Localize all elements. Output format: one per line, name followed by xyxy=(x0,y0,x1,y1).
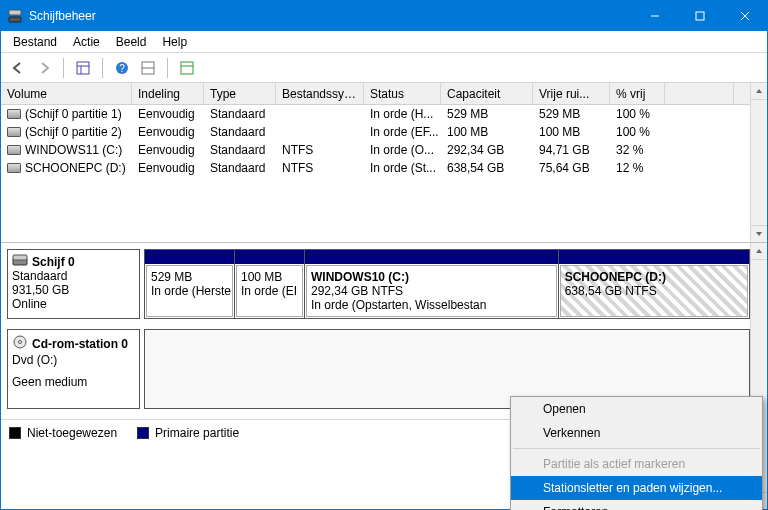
partition-2-size: 100 MB xyxy=(241,270,298,284)
maximize-button[interactable] xyxy=(677,1,722,31)
toolbar-separator xyxy=(102,58,103,78)
volume-cell-capacity: 292,34 GB xyxy=(441,141,533,159)
volume-cell-fs: NTFS xyxy=(276,159,364,177)
partition-4[interactable]: SCHOONEPC (D:) 638,54 GB NTFS xyxy=(559,250,749,318)
partition-2[interactable]: 100 MB In orde (EI xyxy=(235,250,305,318)
menu-separator xyxy=(513,448,760,449)
column-header-free[interactable]: Vrije rui... xyxy=(533,83,610,104)
volume-cell-pct: 32 % xyxy=(610,141,665,159)
scroll-up-icon[interactable] xyxy=(751,243,767,260)
window-title: Schijfbeheer xyxy=(29,9,632,23)
refresh-list-button[interactable] xyxy=(176,57,198,79)
volume-cell-capacity: 100 MB xyxy=(441,123,533,141)
volume-cell-type: Standaard xyxy=(204,141,276,159)
volume-list-pane: Volume Indeling Type Bestandssys... Stat… xyxy=(1,83,767,243)
scroll-down-icon[interactable] xyxy=(751,225,767,242)
cdrom-info[interactable]: Cd-rom-station 0 Dvd (O:) Geen medium xyxy=(7,329,140,409)
menu-help[interactable]: Help xyxy=(154,33,195,51)
disk-icon xyxy=(12,254,28,269)
volume-cell-free: 529 MB xyxy=(533,105,610,123)
disk-0-info[interactable]: Schijf 0 Standaard 931,50 GB Online xyxy=(7,249,140,319)
toolbar-separator xyxy=(167,58,168,78)
view-settings-button[interactable] xyxy=(137,57,159,79)
legend-primary-swatch xyxy=(137,427,149,439)
volume-cell-free: 100 MB xyxy=(533,123,610,141)
scroll-up-icon[interactable] xyxy=(751,83,767,100)
disk-0-title: Schijf 0 xyxy=(32,255,75,269)
column-header-volume[interactable]: Volume xyxy=(1,83,132,104)
close-button[interactable] xyxy=(722,1,767,31)
volume-cell-type: Standaard xyxy=(204,159,276,177)
svg-rect-6 xyxy=(77,62,89,74)
svg-rect-16 xyxy=(13,255,27,260)
partition-1-status: In orde (Herste xyxy=(151,284,228,298)
svg-rect-3 xyxy=(696,12,704,20)
volume-row[interactable]: (Schijf 0 partitie 1)EenvoudigStandaardI… xyxy=(1,105,767,123)
volume-cell-name: (Schijf 0 partitie 1) xyxy=(1,105,132,123)
menu-item-format[interactable]: Formatteren... xyxy=(511,500,762,510)
legend-primary-label: Primaire partitie xyxy=(155,426,239,440)
menu-view[interactable]: Beeld xyxy=(108,33,155,51)
volume-cell-type: Standaard xyxy=(204,123,276,141)
volume-row[interactable]: SCHOONEPC (D:)EenvoudigStandaardNTFSIn o… xyxy=(1,159,767,177)
volume-cell-pct: 100 % xyxy=(610,105,665,123)
column-header-filesystem[interactable]: Bestandssys... xyxy=(276,83,364,104)
partition-3[interactable]: WINDOWS10 (C:) 292,34 GB NTFS In orde (O… xyxy=(305,250,559,318)
back-button[interactable] xyxy=(7,57,29,79)
app-icon xyxy=(7,8,23,24)
context-menu: Openen Verkennen Partitie als actief mar… xyxy=(510,396,763,510)
svg-rect-1 xyxy=(9,10,21,15)
legend-unallocated-label: Niet-toegewezen xyxy=(27,426,117,440)
partition-4-size: 638,54 GB NTFS xyxy=(565,284,743,298)
volume-row[interactable]: WINDOWS11 (C:)EenvoudigStandaardNTFSIn o… xyxy=(1,141,767,159)
column-header-pctfree[interactable]: % vrij xyxy=(610,83,665,104)
disk-management-window: Schijfbeheer Bestand Actie Beeld Help ? … xyxy=(0,0,768,510)
menu-item-mark-active: Partitie als actief markeren xyxy=(511,452,762,476)
volume-row[interactable]: (Schijf 0 partitie 2)EenvoudigStandaardI… xyxy=(1,123,767,141)
svg-rect-0 xyxy=(9,17,21,22)
volume-cell-fs xyxy=(276,123,364,141)
volume-cell-layout: Eenvoudig xyxy=(132,123,204,141)
volume-cell-layout: Eenvoudig xyxy=(132,141,204,159)
partition-1[interactable]: 529 MB In orde (Herste xyxy=(145,250,235,318)
column-header-layout[interactable]: Indeling xyxy=(132,83,204,104)
volume-cell-capacity: 638,54 GB xyxy=(441,159,533,177)
forward-button[interactable] xyxy=(33,57,55,79)
titlebar[interactable]: Schijfbeheer xyxy=(1,1,767,31)
menu-item-open[interactable]: Openen xyxy=(511,397,762,421)
column-header-capacity[interactable]: Capaciteit xyxy=(441,83,533,104)
legend-unallocated-swatch xyxy=(9,427,21,439)
volume-cell-status: In orde (EF... xyxy=(364,123,441,141)
svg-point-18 xyxy=(19,341,22,344)
svg-text:?: ? xyxy=(119,63,125,74)
column-header-type[interactable]: Type xyxy=(204,83,276,104)
disk-0-layout: 529 MB In orde (Herste 100 MB In orde (E… xyxy=(144,249,750,319)
view-layout-button[interactable] xyxy=(72,57,94,79)
partition-4-title: SCHOONEPC (D:) xyxy=(565,270,743,284)
minimize-button[interactable] xyxy=(632,1,677,31)
partition-3-title: WINDOWS10 (C:) xyxy=(311,270,552,284)
column-header-status[interactable]: Status xyxy=(364,83,441,104)
volume-cell-free: 75,64 GB xyxy=(533,159,610,177)
cdrom-icon xyxy=(12,334,28,353)
column-header-blank[interactable] xyxy=(665,83,734,104)
disk-0-state: Online xyxy=(12,297,135,311)
menu-action[interactable]: Actie xyxy=(65,33,108,51)
partition-3-size: 292,34 GB NTFS xyxy=(311,284,552,298)
volume-cell-pct: 12 % xyxy=(610,159,665,177)
volume-icon xyxy=(7,109,21,119)
volume-cell-pct: 100 % xyxy=(610,123,665,141)
disk-0-size: 931,50 GB xyxy=(12,283,135,297)
scrollbar-vertical[interactable] xyxy=(750,83,767,242)
column-header-row: Volume Indeling Type Bestandssys... Stat… xyxy=(1,83,767,105)
menu-file[interactable]: Bestand xyxy=(5,33,65,51)
volume-cell-name: SCHOONEPC (D:) xyxy=(1,159,132,177)
help-button[interactable]: ? xyxy=(111,57,133,79)
volume-cell-name: WINDOWS11 (C:) xyxy=(1,141,132,159)
volume-cell-status: In orde (H... xyxy=(364,105,441,123)
cdrom-type: Dvd (O:) xyxy=(12,353,135,367)
menu-item-drive-letter[interactable]: Stationsletter en paden wijzigen... xyxy=(511,476,762,500)
menu-item-explore[interactable]: Verkennen xyxy=(511,421,762,445)
volume-cell-capacity: 529 MB xyxy=(441,105,533,123)
cdrom-state: Geen medium xyxy=(12,375,135,389)
